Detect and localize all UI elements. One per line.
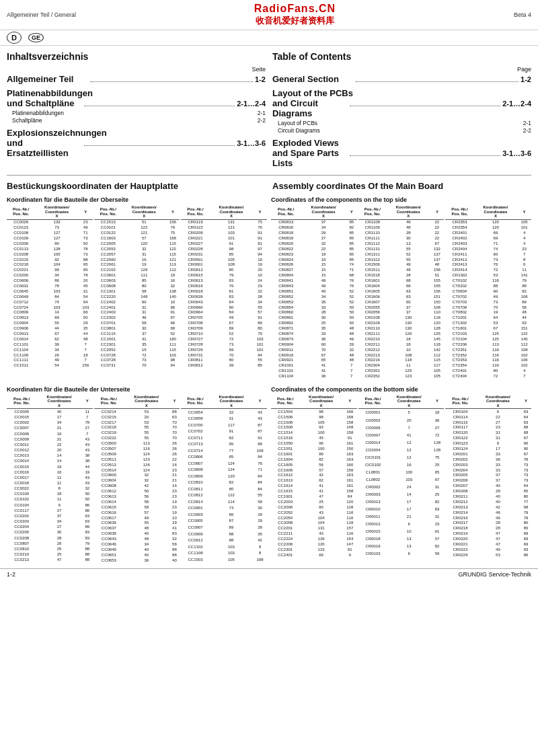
table-cell: 82	[430, 543, 445, 550]
table-cell: 57	[430, 535, 445, 543]
bottom-side-right-block: Coordinates of the components on the bot…	[271, 383, 531, 564]
table-cell: 60	[301, 342, 346, 347]
circuit-entry: and Circuit Diagrams 2-1…2-4	[272, 98, 531, 118]
table-cell: 14	[36, 453, 81, 459]
table-cell: CC2224	[271, 537, 299, 542]
table-cell: 118	[343, 521, 357, 526]
table-cell: CC2201	[271, 526, 299, 531]
table-cell: 15	[301, 268, 346, 273]
table-cell: 75	[430, 454, 445, 461]
table-cell: 28	[387, 231, 430, 236]
table-row: CT2353116106	[445, 358, 531, 363]
table-cell: 123	[387, 374, 430, 379]
table-cell: CR2108	[358, 315, 387, 321]
table-row: CT2354116102	[445, 363, 531, 369]
table-cell: CR1101	[271, 369, 301, 374]
table-cell: 22	[169, 457, 180, 462]
table-cell: 57	[299, 467, 342, 473]
table-cell: 148	[122, 294, 165, 299]
table-row: CC06145819	[94, 499, 180, 504]
table-cell: CR0824	[271, 257, 301, 262]
coord-table-11: Pos.-Nr./Pos. No. Koordinaten/Coordinate…	[358, 394, 445, 558]
platinen-section: Platinenabbildungen und Schaltpläne 2-1……	[7, 88, 266, 124]
table-cell: 68	[521, 430, 531, 436]
table-row: CR072873101	[181, 342, 267, 347]
table-cell: 120	[474, 219, 517, 225]
table-cell: CC0616	[94, 510, 124, 515]
table-cell: CC1513	[94, 219, 122, 225]
table-cell: CR2212	[358, 347, 387, 352]
table-cell: 48	[346, 326, 357, 332]
table-row: CT08021948	[445, 310, 531, 315]
table-row: CC160556160	[271, 462, 357, 467]
table-cell: 168	[343, 414, 357, 420]
table-cell: CR0220	[445, 537, 475, 542]
table-cell: 10	[388, 528, 430, 535]
table-cell: 21	[388, 513, 430, 521]
table-cell: CR0615	[181, 273, 209, 278]
table-row: CC00023478	[7, 420, 93, 426]
table-cell: CR1104	[271, 374, 301, 379]
table-cell: CR0227	[181, 241, 209, 246]
table-cell: 64	[521, 414, 531, 420]
table-cell: 88	[210, 537, 253, 544]
table-cell: 36	[124, 558, 169, 563]
table-cell: CR1506	[358, 262, 387, 268]
table-cell: CC0637	[94, 526, 124, 531]
table-cell: 130	[387, 315, 430, 321]
table-row: CR02114080	[445, 494, 531, 500]
table-cell: CC2402	[94, 299, 122, 305]
table-row: CC0104986	[7, 502, 93, 508]
table-cell: 50	[82, 497, 93, 502]
table-cell: 98	[165, 358, 180, 363]
table-row: CR00031425	[358, 491, 445, 498]
table-cell: 7	[346, 363, 357, 369]
table-cell: 96	[165, 305, 180, 310]
table-row: CC00151944	[7, 464, 93, 469]
table-cell: 51	[122, 219, 165, 225]
table-cell: CR2352	[358, 374, 387, 379]
table-cell: 10	[165, 299, 180, 305]
table-cell: CR0860	[271, 310, 301, 315]
table-cell: 58	[517, 305, 531, 310]
table-cell: CT0709	[445, 305, 473, 310]
table-row: CR09046029	[271, 342, 357, 347]
table-cell: 26	[169, 447, 180, 452]
table-cell: CR0002	[358, 484, 388, 491]
footer-brand: GRUNDIG Service-Technik	[458, 571, 531, 578]
table-cell: CR2109	[358, 321, 387, 326]
table-cell: CC1111	[7, 358, 35, 363]
table-cell: CC0215	[7, 257, 35, 262]
table-cell: CC2401	[271, 552, 299, 558]
table-cell: 125	[474, 331, 517, 336]
table-cell: CC0213	[7, 558, 36, 564]
table-cell: 112	[430, 352, 444, 358]
table-row: CC2005120115	[94, 241, 180, 246]
table-cell: 72	[474, 268, 517, 273]
table-row: CR08123985	[181, 363, 267, 369]
table-cell: 76	[346, 278, 357, 284]
table-cell: CC0907	[181, 525, 209, 531]
top-side-left-label: Koordinaten für die Bauteile der Obersei…	[7, 196, 267, 203]
table-cell: 80	[122, 283, 165, 289]
th-pos7: Pos.-Nr./Pos. No.	[7, 394, 36, 409]
table-cell: 163	[343, 451, 357, 457]
table-cell: 30	[36, 530, 81, 535]
table-cell: CC1115	[94, 331, 122, 336]
table-cell: CC0016	[7, 469, 36, 475]
table-cell: CR1131	[358, 246, 387, 252]
table-cell: 55	[124, 436, 169, 441]
table-cell: 84	[253, 486, 267, 493]
table-cell: 78	[79, 246, 93, 252]
table-cell: CC1504	[271, 409, 299, 414]
general-page: 1-2	[521, 75, 531, 83]
table-cell: 72	[210, 336, 253, 342]
table-cell: 7	[79, 342, 93, 347]
table-row: CR07317094	[181, 352, 267, 358]
spare-page: 3-1…3-6	[502, 149, 531, 157]
table-cell: CR0212	[445, 499, 475, 504]
table-cell: 69	[474, 231, 517, 236]
table-cell: CC0202	[7, 513, 36, 519]
table-cell: 38	[82, 459, 93, 464]
table-cell: CC0015	[7, 464, 36, 469]
